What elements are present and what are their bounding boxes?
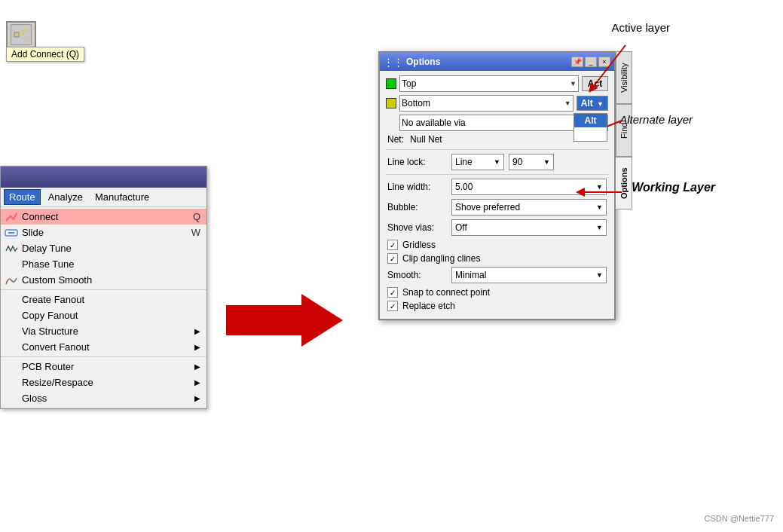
- replace-etch-checkbox[interactable]: ✓: [387, 301, 398, 311]
- visibility-tab-label: Visibility: [619, 63, 629, 93]
- line-width-select[interactable]: 5.00 ▼: [451, 179, 607, 195]
- pcb-router-arrow: ▶: [194, 362, 200, 371]
- menu-item-connect[interactable]: Connect Q: [1, 209, 206, 225]
- menu-item-slide[interactable]: Slide W: [1, 225, 206, 240]
- menu-item-custom-smooth[interactable]: Custom Smooth: [1, 272, 206, 288]
- custom-smooth-text: Custom Smooth: [22, 274, 200, 286]
- shove-vias-select[interactable]: Off ▼: [451, 219, 607, 236]
- alt-option-text: Alt: [585, 115, 597, 126]
- smooth-value: Minimal: [455, 270, 486, 280]
- resize-respace-arrow: ▶: [194, 378, 200, 387]
- menu-item-phase-tune[interactable]: Phase Tune: [1, 256, 206, 272]
- gridless-checkbox[interactable]: ✓: [387, 240, 398, 250]
- working-layer-text: Working Layer: [632, 181, 715, 194]
- wl-option-text: WL: [583, 129, 598, 139]
- clip-dangling-label: Clip dangling clines: [402, 253, 480, 264]
- custom-smooth-icon: [4, 273, 19, 288]
- visibility-tab[interactable]: Visibility: [616, 51, 632, 104]
- line-width-arrow: ▼: [596, 183, 603, 191]
- clip-dangling-checkbox[interactable]: ✓: [387, 253, 398, 264]
- smooth-select[interactable]: Minimal ▼: [451, 267, 607, 283]
- menu-item-gloss[interactable]: Gloss ▶: [1, 390, 206, 406]
- menubar-analyze[interactable]: Analyze: [44, 190, 87, 204]
- menu-menubar: Route Analyze Manufacture: [1, 188, 206, 207]
- snap-row: ✓ Snap to connect point: [386, 287, 608, 298]
- net-value: Null Net: [410, 134, 442, 145]
- shove-vias-row: Shove vias: Off ▼: [386, 219, 608, 236]
- gridless-row: ✓ Gridless: [386, 240, 608, 250]
- layer-row-top: Top ▼ Act: [386, 75, 608, 92]
- gloss-text: Gloss: [22, 393, 194, 404]
- arrow-head: [301, 294, 343, 347]
- smooth-label: Smooth:: [387, 270, 451, 280]
- watermark-text: CSDN @Nettie777: [705, 514, 774, 523]
- alt-dropdown-popup: Alt WL: [573, 113, 607, 142]
- shove-vias-label: Shove vias:: [387, 222, 451, 233]
- line-lock-select[interactable]: Line ▼: [451, 154, 504, 170]
- top-layer-arrow: ▼: [570, 80, 577, 87]
- snap-label: Snap to connect point: [402, 287, 490, 298]
- via-name: No available via: [402, 118, 466, 128]
- alt-option[interactable]: Alt: [574, 114, 607, 127]
- bubble-value: Shove preferred: [455, 202, 520, 212]
- copy-fanout-text: Copy Fanout: [22, 310, 200, 321]
- menu-item-delay-tune[interactable]: Delay Tune: [1, 240, 206, 256]
- bottom-layer-alt-label[interactable]: Alt ▼ Alt WL: [577, 96, 608, 111]
- options-title: Options: [406, 57, 570, 67]
- bottom-layer-indicator: [386, 98, 396, 109]
- menubar-route[interactable]: Route: [4, 189, 41, 205]
- line-width-value: 5.00: [455, 182, 473, 192]
- menubar-manufacture[interactable]: Manufacture: [90, 190, 154, 204]
- minimize-button[interactable]: _: [585, 57, 597, 67]
- options-tab-label: Options: [619, 167, 629, 199]
- find-tab[interactable]: Find: [616, 104, 632, 157]
- manufacture-label: Manufacture: [95, 191, 149, 203]
- via-structure-arrow: ▶: [194, 327, 200, 335]
- bubble-arrow: ▼: [596, 203, 603, 211]
- menu-section-3: PCB Router ▶ Resize/Respace ▶ Gloss ▶: [1, 357, 206, 408]
- analyze-label: Analyze: [48, 191, 83, 203]
- menu-item-convert-fanout[interactable]: Convert Fanout ▶: [1, 339, 206, 355]
- via-structure-text: Via Structure: [22, 326, 194, 337]
- options-panel: ⋮⋮ Options 📌 _ × Top ▼ Act Bottom ▼ Alt …: [378, 51, 616, 320]
- menu-item-copy-fanout[interactable]: Copy Fanout: [1, 307, 206, 323]
- bottom-layer-name: Bottom: [402, 98, 430, 109]
- wl-option[interactable]: WL: [574, 127, 607, 141]
- top-layer-act-label[interactable]: Act: [582, 76, 608, 91]
- line-lock-row: Line lock: Line ▼ 90 ▼: [386, 154, 608, 170]
- add-connect-tooltip: Add Connect (Q): [6, 47, 84, 62]
- menu-item-pcb-router[interactable]: PCB Router ▶: [1, 359, 206, 375]
- bubble-row: Bubble: Shove preferred ▼: [386, 199, 608, 216]
- menu-item-resize-respace[interactable]: Resize/Respace ▶: [1, 375, 206, 390]
- alternate-layer-annotation: Alternate layer: [619, 113, 693, 126]
- create-fanout-text: Create Fanout: [22, 294, 200, 305]
- close-button[interactable]: ×: [598, 57, 610, 67]
- slide-menu-icon: [4, 225, 19, 240]
- shove-vias-arrow: ▼: [596, 224, 603, 231]
- pin-button[interactable]: 📌: [571, 57, 583, 67]
- top-layer-dropdown[interactable]: Top ▼: [399, 75, 579, 92]
- line-angle-select[interactable]: 90 ▼: [509, 154, 554, 170]
- watermark: CSDN @Nettie777: [705, 514, 774, 523]
- bottom-layer-dropdown[interactable]: Bottom ▼: [399, 95, 573, 112]
- clip-dangling-row: ✓ Clip dangling clines: [386, 253, 608, 264]
- menu-item-create-fanout[interactable]: Create Fanout: [1, 292, 206, 307]
- menu-header: [1, 167, 206, 188]
- alt-label-text: Alt: [581, 98, 593, 109]
- tooltip-text: Add Connect (Q): [11, 49, 79, 60]
- side-tabs: Visibility Find Options: [616, 51, 632, 209]
- smooth-row: Smooth: Minimal ▼: [386, 267, 608, 283]
- add-connect-area: Add Connect (Q): [6, 21, 84, 62]
- bubble-select[interactable]: Shove preferred ▼: [451, 199, 607, 216]
- add-connect-icon-box[interactable]: [11, 24, 32, 45]
- shove-vias-value: Off: [455, 222, 467, 233]
- divider-1: [386, 149, 608, 150]
- snap-checkmark: ✓: [390, 289, 396, 297]
- snap-checkbox[interactable]: ✓: [387, 287, 398, 298]
- line-lock-arrow: ▼: [494, 158, 500, 166]
- top-layer-name: Top: [402, 78, 416, 89]
- connect-text: Connect: [22, 211, 178, 222]
- options-tab[interactable]: Options: [616, 157, 632, 209]
- menu-item-via-structure[interactable]: Via Structure ▶: [1, 323, 206, 339]
- route-menu-panel: Route Analyze Manufacture Connect Q: [0, 166, 207, 409]
